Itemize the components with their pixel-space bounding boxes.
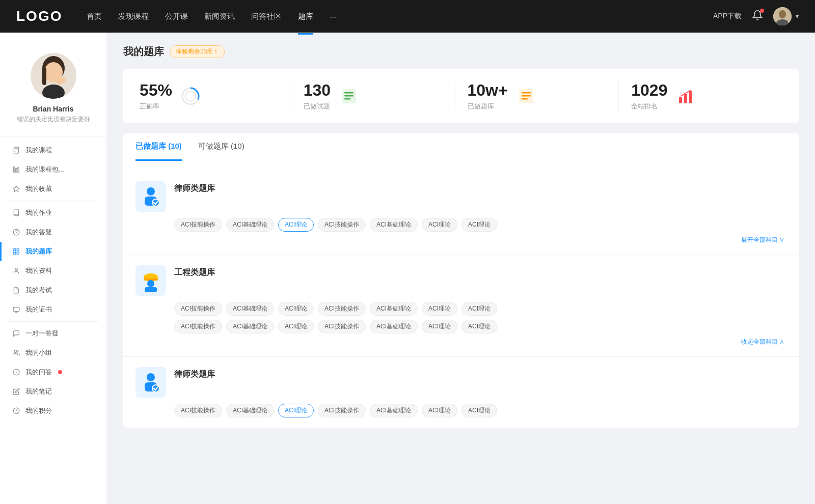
qbank-item-lawyer-1: 律师类题库 ACI技能操作 ACI基础理论 ACI理论 ACI技能操作 ACI基… xyxy=(123,171,799,255)
stat-accuracy-text: 55% 正确率 xyxy=(140,81,172,111)
qbank-section: 已做题库 (10) 可做题库 (10) xyxy=(123,133,799,428)
navbar-right: APP下载 ▾ xyxy=(713,7,799,25)
tag-1-1[interactable]: ACI基础理论 xyxy=(226,218,274,232)
tag-2-r2-2[interactable]: ACI理论 xyxy=(278,320,314,333)
sidebar-item-my-qa[interactable]: 我的问答 xyxy=(0,362,106,382)
sidebar-item-qa-mine[interactable]: 我的答疑 xyxy=(0,222,106,242)
nav-qa[interactable]: 问答社区 xyxy=(251,10,282,23)
stat-ranking-label: 全站排名 xyxy=(631,102,667,111)
sidebar-item-courses[interactable]: 我的课程 xyxy=(0,141,106,160)
group-icon xyxy=(12,349,20,357)
qbank-title-3: 律师类题库 xyxy=(174,367,215,380)
tag-3-1[interactable]: ACI基础理论 xyxy=(226,404,274,417)
star-icon xyxy=(12,185,20,193)
sidebar-item-profile[interactable]: 我的资料 xyxy=(0,261,106,281)
qbank-title-1: 律师类题库 xyxy=(174,181,215,194)
user-avatar-area[interactable]: ▾ xyxy=(773,7,799,25)
svg-rect-19 xyxy=(14,249,16,251)
page-header: 我的题库 体验剩余23天！ xyxy=(123,45,799,59)
tag-1-5[interactable]: ACI理论 xyxy=(422,218,457,232)
stat-ranking-text: 1029 全站排名 xyxy=(631,81,667,111)
stat-banks-label: 已做题库 xyxy=(468,102,508,111)
tag-3-2[interactable]: ACI理论 xyxy=(278,404,314,417)
tag-2-r2-1[interactable]: ACI基础理论 xyxy=(226,320,274,333)
svg-rect-15 xyxy=(18,167,19,172)
nav-questionbank[interactable]: 题库 xyxy=(298,10,313,23)
stat-questions-done: 130 已做试题 xyxy=(291,81,455,111)
tag-2-r2-4[interactable]: ACI基础理论 xyxy=(370,320,418,333)
accuracy-pie-icon xyxy=(180,86,201,106)
svg-rect-37 xyxy=(522,95,531,97)
nav-home[interactable]: 首页 xyxy=(87,10,102,23)
tag-2-r2-5[interactable]: ACI理论 xyxy=(422,320,457,333)
navbar: LOGO 首页 发现课程 公开课 新闻资讯 问答社区 题库 ··· APP下载 xyxy=(0,0,815,33)
svg-point-30 xyxy=(185,91,196,101)
svg-rect-39 xyxy=(679,97,682,103)
tag-1-4[interactable]: ACI基础理论 xyxy=(370,218,418,232)
tag-1-6[interactable]: ACI理论 xyxy=(461,218,497,232)
nav-discover[interactable]: 发现课程 xyxy=(118,10,149,23)
qbank-tags-1: ACI技能操作 ACI基础理论 ACI理论 ACI技能操作 ACI基础理论 AC… xyxy=(174,218,786,232)
qbank-lawyer-icon-2 xyxy=(135,367,166,398)
tab-done[interactable]: 已做题库 (10) xyxy=(135,133,182,161)
sidebar-item-one-on-one[interactable]: 一对一答疑 xyxy=(0,324,106,343)
svg-rect-33 xyxy=(344,95,354,97)
divider-1 xyxy=(8,201,98,201)
chat-icon xyxy=(12,329,20,338)
sidebar-item-homework[interactable]: 我的作业 xyxy=(0,203,106,222)
tag-1-2[interactable]: ACI理论 xyxy=(278,218,314,232)
tab-todo[interactable]: 可做题库 (10) xyxy=(198,133,244,161)
nav-news[interactable]: 新闻资讯 xyxy=(204,10,235,23)
qbank-tags-2-row1: ACI技能操作 ACI基础理论 ACI理论 ACI技能操作 ACI基础理论 AC… xyxy=(174,302,786,316)
coin-icon xyxy=(12,407,20,415)
tag-1-0[interactable]: ACI技能操作 xyxy=(174,218,222,232)
nav-more[interactable]: ··· xyxy=(330,10,336,23)
tag-2-5[interactable]: ACI理论 xyxy=(422,302,457,316)
tag-2-r2-6[interactable]: ACI理论 xyxy=(461,320,497,333)
notification-dot xyxy=(760,9,764,13)
svg-rect-14 xyxy=(16,169,17,173)
trial-badge: 体验剩余23天！ xyxy=(170,45,225,58)
expand-link-1[interactable]: 展开全部科目 ∨ xyxy=(135,236,786,244)
sidebar: Brian Harris 错误的决定比没有决定要好 我的课程 我的课程包... xyxy=(0,33,107,504)
sidebar-item-group[interactable]: 我的小组 xyxy=(0,343,106,362)
tag-2-r2-3[interactable]: ACI技能操作 xyxy=(318,320,366,333)
notification-bell[interactable] xyxy=(752,10,763,23)
tag-1-3[interactable]: ACI技能操作 xyxy=(318,218,366,232)
app-download-link[interactable]: APP下载 xyxy=(713,12,742,21)
tag-3-0[interactable]: ACI技能操作 xyxy=(174,404,222,417)
tag-2-6[interactable]: ACI理论 xyxy=(461,302,497,316)
stat-banks-done: 10w+ 已做题库 xyxy=(455,81,619,111)
tag-2-r2-0[interactable]: ACI技能操作 xyxy=(174,320,222,333)
sidebar-item-question-bank[interactable]: 我的题库 xyxy=(0,242,106,261)
tag-2-4[interactable]: ACI基础理论 xyxy=(370,302,418,316)
tag-3-3[interactable]: ACI技能操作 xyxy=(318,404,366,417)
tag-3-4[interactable]: ACI基础理论 xyxy=(370,404,418,417)
sidebar-item-exam[interactable]: 我的考试 xyxy=(0,281,106,300)
svg-marker-16 xyxy=(13,186,19,191)
note-icon xyxy=(12,387,20,396)
tag-2-0[interactable]: ACI技能操作 xyxy=(174,302,222,316)
chevron-down-icon: ▾ xyxy=(796,13,799,20)
qbank-tags-2-row2: ACI技能操作 ACI基础理论 ACI理论 ACI技能操作 ACI基础理论 AC… xyxy=(174,320,786,333)
stat-questions-value: 130 xyxy=(304,81,331,100)
sidebar-item-notes[interactable]: 我的笔记 xyxy=(0,382,106,401)
svg-rect-24 xyxy=(13,307,19,311)
sidebar-item-certificate[interactable]: 我的证书 xyxy=(0,300,106,319)
sidebar-item-favorites[interactable]: 我的收藏 xyxy=(0,179,106,199)
nav-opencourse[interactable]: 公开课 xyxy=(165,10,188,23)
svg-rect-36 xyxy=(522,92,531,94)
file-icon xyxy=(12,146,20,154)
tag-3-5[interactable]: ACI理论 xyxy=(422,404,457,417)
tag-2-3[interactable]: ACI技能操作 xyxy=(318,302,366,316)
sidebar-item-course-package[interactable]: 我的课程包... xyxy=(0,160,106,179)
stat-ranking-value: 1029 xyxy=(631,81,667,100)
tag-2-1[interactable]: ACI基础理论 xyxy=(226,302,274,316)
tag-2-2[interactable]: ACI理论 xyxy=(278,302,314,316)
sidebar-item-points[interactable]: 我的积分 xyxy=(0,401,106,421)
stat-accuracy-label: 正确率 xyxy=(140,102,172,111)
chart-icon xyxy=(12,165,20,174)
collapse-link-2[interactable]: 收起全部科目 ∧ xyxy=(135,338,786,346)
tag-3-6[interactable]: ACI理论 xyxy=(461,404,497,417)
qbank-item-header-2: 工程类题库 xyxy=(135,265,786,296)
